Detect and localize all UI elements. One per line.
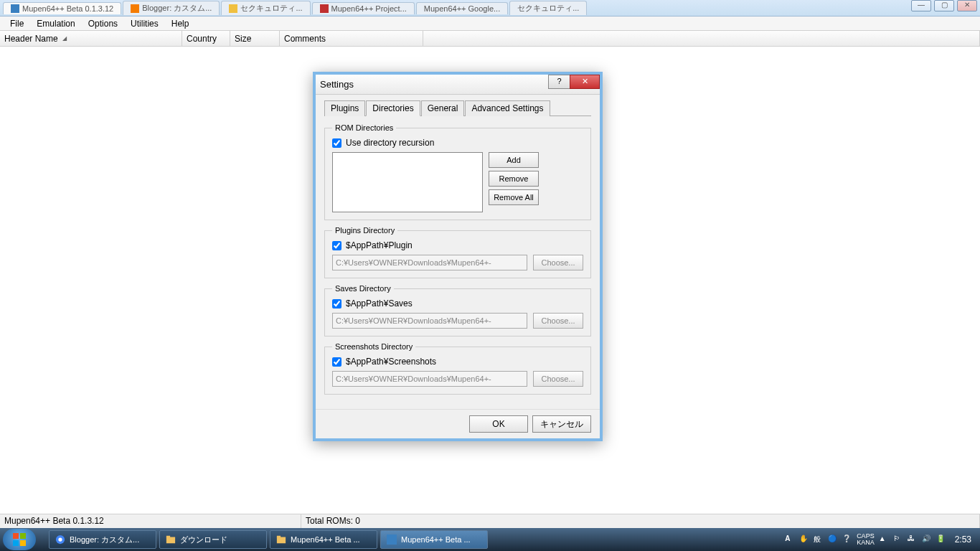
saves-directory-group: Saves Directory $AppPath¥Saves Choose... bbox=[324, 284, 591, 336]
tab-label: セクキュロティ... bbox=[240, 3, 302, 14]
browser-tab[interactable]: Mupen64++ Beta 0.1.3.12 bbox=[3, 2, 121, 14]
browser-tab[interactable]: セクキュロティ... bbox=[221, 1, 310, 15]
svg-rect-14 bbox=[387, 534, 397, 545]
column-header-name[interactable]: Header Name ◢ bbox=[0, 31, 182, 46]
plugins-apppath-checkbox[interactable] bbox=[332, 241, 341, 250]
folder-icon bbox=[166, 534, 176, 545]
svg-rect-3 bbox=[320, 4, 329, 13]
tab-general[interactable]: General bbox=[421, 100, 465, 116]
rom-directory-list[interactable] bbox=[332, 152, 483, 212]
ime-help-icon[interactable]: ❔ bbox=[842, 534, 852, 545]
column-header-comments[interactable]: Comments bbox=[280, 31, 423, 46]
checkbox-label: $AppPath¥Plugin bbox=[346, 240, 413, 250]
ok-button[interactable]: OK bbox=[469, 415, 528, 433]
svg-rect-1 bbox=[131, 4, 139, 13]
remove-all-button[interactable]: Remove All bbox=[489, 189, 539, 205]
app-icon bbox=[11, 4, 19, 13]
taskbar-item-label: ダウンロード bbox=[180, 534, 227, 545]
svg-rect-2 bbox=[229, 4, 237, 13]
group-legend: Saves Directory bbox=[332, 284, 394, 293]
cancel-button[interactable]: キャンセル bbox=[532, 415, 591, 433]
sort-arrow-icon: ◢ bbox=[62, 35, 67, 42]
checkbox-label: $AppPath¥Saves bbox=[346, 298, 413, 309]
menu-emulation[interactable]: Emulation bbox=[31, 17, 80, 30]
menu-utilities[interactable]: Utilities bbox=[125, 17, 164, 30]
start-button[interactable] bbox=[3, 529, 36, 550]
rom-table-header: Header Name ◢ Country Size Comments bbox=[0, 31, 980, 47]
favicon bbox=[320, 4, 329, 13]
plugins-path-input bbox=[332, 255, 527, 270]
taskbar-item[interactable]: Mupen64++ Beta ... bbox=[270, 530, 377, 549]
screenshots-apppath-row[interactable]: $AppPath¥Screenshots bbox=[332, 357, 583, 367]
menu-file[interactable]: File bbox=[4, 17, 29, 30]
minimize-button[interactable]: — bbox=[911, 0, 931, 11]
dialog-titlebar[interactable]: Settings ? ✕ bbox=[316, 75, 600, 95]
tab-plugins[interactable]: Plugins bbox=[324, 100, 365, 116]
menu-options[interactable]: Options bbox=[83, 17, 123, 30]
window-close-button[interactable]: ✕ bbox=[957, 0, 977, 11]
rom-directories-group: ROM Directories Use directory recursion … bbox=[324, 123, 591, 220]
checkbox-label: Use directory recursion bbox=[346, 138, 434, 148]
tray-volume-icon[interactable]: 🔊 bbox=[922, 534, 932, 545]
blogger-icon bbox=[131, 4, 139, 13]
tray-network-icon[interactable]: 🖧 bbox=[908, 534, 918, 545]
add-button[interactable]: Add bbox=[489, 152, 539, 168]
window-controls: — ▢ ✕ bbox=[911, 0, 977, 11]
ime-a-icon[interactable]: A bbox=[785, 534, 795, 545]
settings-tabs: Plugins Directories General Advanced Set… bbox=[324, 100, 591, 116]
dialog-button-row: OK キャンセル bbox=[316, 409, 600, 438]
taskbar-item-label: Mupen64++ Beta ... bbox=[401, 535, 471, 544]
windows-logo-icon bbox=[12, 532, 27, 547]
taskbar-item[interactable]: Mupen64++ Beta ... bbox=[380, 530, 488, 549]
browser-tab[interactable]: Mupen64++ Google... bbox=[416, 2, 508, 14]
browser-tab-strip: Mupen64++ Beta 0.1.3.12 Blogger: カスタム...… bbox=[0, 0, 980, 16]
taskbar-item[interactable]: Blogger: カスタム... bbox=[49, 530, 156, 549]
recursion-checkbox-row[interactable]: Use directory recursion bbox=[332, 138, 583, 148]
tray-clock[interactable]: 2:53 bbox=[955, 534, 971, 545]
recursion-checkbox[interactable] bbox=[332, 138, 341, 148]
svg-rect-10 bbox=[166, 537, 175, 544]
svg-rect-6 bbox=[13, 540, 19, 546]
saves-apppath-checkbox[interactable] bbox=[332, 299, 341, 309]
ime-hand-icon[interactable]: ✋ bbox=[799, 534, 809, 545]
saves-choose-button: Choose... bbox=[533, 313, 583, 329]
plugins-apppath-row[interactable]: $AppPath¥Plugin bbox=[332, 240, 583, 250]
column-header-size[interactable]: Size bbox=[230, 31, 280, 46]
tray-flag-icon[interactable]: 🏳 bbox=[893, 534, 903, 545]
screenshots-apppath-checkbox[interactable] bbox=[332, 357, 341, 367]
menu-help[interactable]: Help bbox=[166, 17, 195, 30]
tray-battery-icon[interactable]: 🔋 bbox=[936, 534, 946, 545]
ime-zen-icon[interactable]: 🔵 bbox=[828, 534, 838, 545]
taskbar-item[interactable]: ダウンロード bbox=[159, 530, 267, 549]
screenshots-directory-group: Screenshots Directory $AppPath¥Screensho… bbox=[324, 342, 591, 395]
group-legend: ROM Directories bbox=[332, 123, 396, 132]
column-header-country[interactable]: Country bbox=[182, 31, 230, 46]
dialog-help-button[interactable]: ? bbox=[548, 75, 570, 89]
svg-rect-13 bbox=[277, 536, 281, 538]
dialog-body: Plugins Directories General Advanced Set… bbox=[316, 95, 600, 409]
screenshots-choose-button: Choose... bbox=[533, 371, 583, 387]
ime-tool-icon[interactable]: 般 bbox=[814, 534, 824, 545]
system-tray: A ✋ 般 🔵 ❔ CAPS KANA ▲ 🏳 🖧 🔊 🔋 2:53 bbox=[785, 533, 977, 546]
saves-apppath-row[interactable]: $AppPath¥Saves bbox=[332, 298, 583, 309]
tab-label: Mupen64++ Google... bbox=[424, 4, 500, 13]
svg-rect-4 bbox=[13, 533, 19, 539]
tray-expand-icon[interactable]: ▲ bbox=[879, 534, 889, 545]
svg-rect-7 bbox=[20, 540, 26, 546]
maximize-button[interactable]: ▢ bbox=[934, 0, 954, 11]
browser-tab[interactable]: Blogger: カスタム... bbox=[123, 1, 220, 15]
tab-advanced[interactable]: Advanced Settings bbox=[465, 100, 550, 116]
browser-tab[interactable]: Mupen64++ Project... bbox=[312, 2, 415, 14]
taskbar: Blogger: カスタム... ダウンロード Mupen64++ Beta .… bbox=[0, 528, 980, 551]
ime-kana-label: KANA bbox=[857, 540, 875, 546]
tab-label: Mupen64++ Project... bbox=[331, 4, 407, 13]
tab-directories[interactable]: Directories bbox=[366, 100, 420, 116]
status-bar: Mupen64++ Beta 0.1.3.12 Total ROMs: 0 bbox=[0, 514, 980, 528]
dialog-close-button[interactable]: ✕ bbox=[570, 75, 600, 89]
ime-caps-kana[interactable]: CAPS KANA bbox=[857, 533, 875, 546]
tab-label: セクキュロティ... bbox=[517, 3, 579, 14]
status-rom-count: Total ROMs: 0 bbox=[301, 514, 980, 528]
browser-tab[interactable]: セクキュロティ... bbox=[509, 1, 587, 15]
chrome-icon bbox=[55, 534, 65, 545]
remove-button[interactable]: Remove bbox=[489, 171, 539, 187]
